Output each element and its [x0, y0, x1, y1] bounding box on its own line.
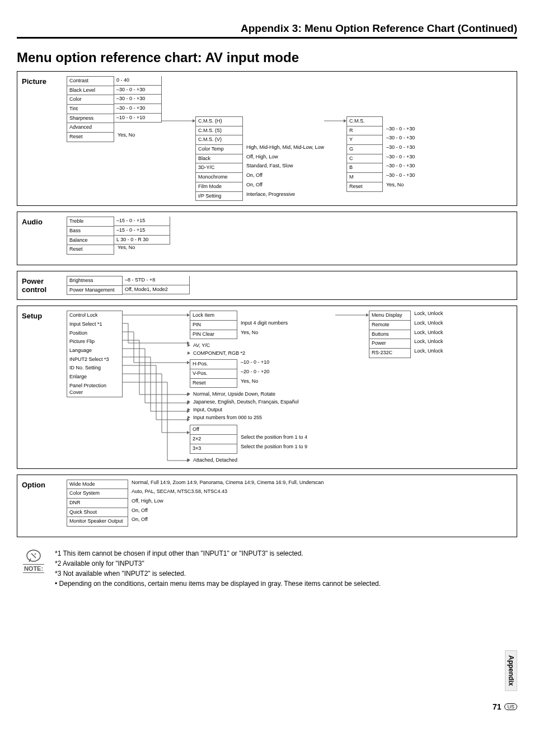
svg-marker-1	[193, 119, 195, 123]
section-audio: Audio Treble–15 - 0 - +15 Bass–15 - 0 - …	[17, 212, 517, 265]
svg-marker-13	[187, 361, 190, 364]
region-badge: US	[504, 703, 517, 710]
svg-marker-33	[187, 431, 190, 434]
sidebar-label: Appendix	[505, 650, 517, 691]
note-block: NOTE: *1 This item cannot be chosen if i…	[17, 548, 517, 589]
page-header: Appendix 3: Menu Option Reference Chart …	[17, 22, 517, 39]
svg-marker-39	[366, 313, 369, 317]
section-option: Option Wide ModeNormal, Full 14:9, Zoom …	[17, 475, 517, 537]
header-title: Appendix 3: Menu Option Reference Chart …	[241, 22, 517, 35]
svg-marker-3	[344, 119, 346, 123]
section-picture: Picture Contrast0 - 40 Black Level–30 - …	[17, 71, 517, 206]
table-row: Contrast	[67, 76, 114, 86]
section-power-control: Power control Brightness–8 - STD - +8 Po…	[17, 271, 517, 300]
section-setup: Setup Control Lock Input Select *1 Posit…	[17, 306, 517, 468]
section-label: Picture	[22, 76, 67, 201]
note-icon: NOTE:	[17, 548, 50, 589]
page-subtitle: Menu option reference chart: AV input mo…	[17, 50, 517, 65]
svg-marker-5	[187, 313, 190, 317]
page-footer: 71 US	[17, 702, 517, 711]
page-number: 71	[493, 702, 502, 711]
